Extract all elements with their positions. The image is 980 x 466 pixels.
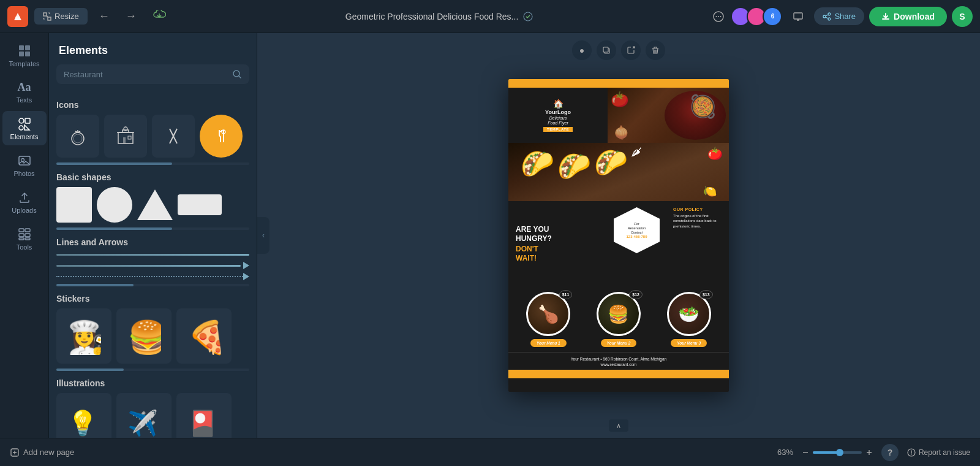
user-avatar[interactable]: S — [952, 6, 973, 27]
collab-avatars: 6 — [734, 7, 782, 26]
logo-subtitle: DeliciousFood Flyer — [548, 116, 568, 126]
flyer-logo-area: 🏠 YourLogo DeliciousFood Flyer TEMPLATE — [508, 88, 608, 143]
icons-scroll-indicator — [56, 162, 249, 165]
headline-are-you: ARE YOU — [516, 226, 600, 234]
svg-text:✈️: ✈️ — [127, 408, 158, 438]
design-canvas[interactable]: 🏠 YourLogo DeliciousFood Flyer TEMPLATE … — [508, 79, 729, 392]
svg-point-21 — [21, 159, 24, 162]
pizza-sticker-item[interactable]: 🍕 — [176, 308, 232, 364]
svg-rect-33 — [128, 136, 131, 139]
zoom-slider-wrap — [802, 449, 873, 456]
zoom-in-icon — [865, 449, 873, 456]
zoom-slider[interactable] — [813, 451, 862, 454]
panel-content: Icons Basic shapes — [49, 93, 257, 438]
headline-hungry: HUNGRY? — [516, 235, 600, 243]
restaurant-sticker-item[interactable]: 👩‍🍳 — [56, 308, 111, 364]
logo-icon: 🏠 — [553, 99, 564, 109]
burger-sticker-item[interactable]: 🍔 — [116, 308, 172, 364]
stickers-section-title: Stickers — [56, 294, 249, 304]
svg-rect-15 — [25, 52, 30, 56]
page-up-button[interactable]: ∧ — [609, 419, 628, 432]
dotted-line[interactable] — [56, 274, 249, 279]
share-button[interactable]: Share — [814, 7, 864, 25]
sidebar-item-templates[interactable]: Templates — [2, 38, 47, 72]
sidebar-item-texts[interactable]: Aa Texts — [2, 75, 47, 109]
bottom-right: 63% ? Report an issue — [777, 444, 970, 461]
svg-point-6 — [718, 16, 719, 17]
bottom-bar: Add new page 63% ? Report an issue — [0, 438, 980, 466]
icons-grid — [56, 115, 249, 158]
headline-wait: WAIT! — [516, 254, 600, 262]
flyer-policy: OUR POLICY The origins of the first cons… — [668, 201, 729, 234]
svg-text:💡: 💡 — [67, 408, 98, 438]
download-button[interactable]: Download — [869, 7, 947, 26]
svg-point-5 — [716, 16, 717, 17]
svg-rect-24 — [19, 234, 24, 237]
redo-button[interactable]: → — [121, 7, 141, 25]
comments-button[interactable] — [707, 6, 729, 28]
flyer-hungry-section: ARE YOU HUNGRY? DON'T WAIT! — [508, 201, 608, 287]
sidebar-item-photos[interactable]: Photos — [2, 148, 47, 182]
shapes-section-title: Basic shapes — [56, 172, 249, 182]
circle-shape[interactable] — [97, 187, 132, 223]
svg-point-10 — [823, 15, 826, 18]
menu-item-1: 🍗 $11 Your Menu 1 — [526, 292, 570, 347]
illustrations-grid: 💡 ✈️ 🎴 — [56, 393, 249, 438]
shapes-row — [56, 187, 249, 223]
square-shape[interactable] — [56, 187, 92, 223]
rect-shape[interactable] — [178, 194, 222, 215]
present-button[interactable] — [787, 6, 809, 28]
cloud-save-button[interactable] — [148, 7, 171, 25]
flyer-footer: Your Restaurant • 969 Robinson Court, Al… — [508, 352, 729, 370]
menu1-price: $11 — [559, 290, 573, 299]
svg-text:👩‍🍳: 👩‍🍳 — [67, 318, 101, 356]
search-input[interactable] — [64, 70, 227, 79]
fork-spoon-circle-icon-element[interactable] — [200, 115, 243, 158]
menu3-label: Your Menu 3 — [671, 339, 707, 347]
stickers-scroll-indicator — [56, 369, 249, 371]
flyer-top-bar — [508, 79, 729, 88]
svg-point-16 — [19, 118, 24, 123]
flyer-header: 🏠 YourLogo DeliciousFood Flyer TEMPLATE … — [508, 88, 729, 143]
undo-button[interactable]: ← — [94, 7, 115, 25]
menu-item-2: 🍔 $12 Your Menu 2 — [597, 292, 641, 347]
svg-rect-25 — [25, 234, 30, 237]
triangle-shape[interactable] — [137, 189, 173, 220]
svg-rect-12 — [19, 45, 24, 50]
sidebar-item-templates-label: Templates — [9, 60, 39, 67]
svg-text:🍕: 🍕 — [187, 318, 221, 356]
reservation-title: ForReservationContact — [628, 222, 646, 234]
arrow-line[interactable] — [56, 263, 249, 268]
reservation-phone: 123-456-789 — [626, 235, 647, 239]
app-logo — [7, 6, 28, 27]
svg-rect-22 — [19, 229, 24, 232]
lines-section-title: Lines and Arrows — [56, 237, 249, 247]
footer-web: www.restaurant.com — [513, 362, 724, 367]
sidebar-item-uploads[interactable]: Uploads — [2, 185, 47, 219]
svg-rect-23 — [25, 229, 30, 232]
topbar-actions: 6 Share Download S — [707, 6, 973, 28]
report-issue-button[interactable]: Report an issue — [907, 448, 970, 457]
sidebar-item-elements[interactable]: Elements — [2, 111, 47, 145]
svg-rect-2 — [48, 17, 51, 20]
help-button[interactable]: ? — [881, 444, 899, 461]
flyer-tacos-area: 🌮 🌮 🌮 🍅 🍋 🌶 — [508, 143, 729, 201]
illustrations-section-title: Illustrations — [56, 378, 249, 388]
solid-line[interactable] — [56, 252, 249, 257]
sidebar-item-tools[interactable]: Tools — [2, 221, 47, 256]
illustration-2[interactable]: ✈️ — [116, 393, 172, 438]
illustration-3[interactable]: 🎴 — [176, 393, 232, 438]
menu3-price: $13 — [699, 290, 713, 299]
add-page-button[interactable]: Add new page — [10, 448, 74, 457]
menu2-price: $12 — [629, 290, 643, 299]
crossed-cutlery-icon-element[interactable] — [152, 115, 195, 158]
restaurant-building-icon-element[interactable] — [104, 115, 147, 158]
illustration-1[interactable]: 💡 — [56, 393, 111, 438]
left-panel: Elements Icons — [49, 33, 257, 438]
svg-rect-19 — [19, 126, 23, 130]
hexagon-reservation: ForReservationContact 123-456-789 — [614, 207, 660, 253]
lines-row — [56, 252, 249, 279]
resize-button[interactable]: Resize — [34, 8, 88, 25]
plate-icon-element[interactable] — [56, 115, 99, 158]
svg-point-7 — [720, 16, 722, 17]
